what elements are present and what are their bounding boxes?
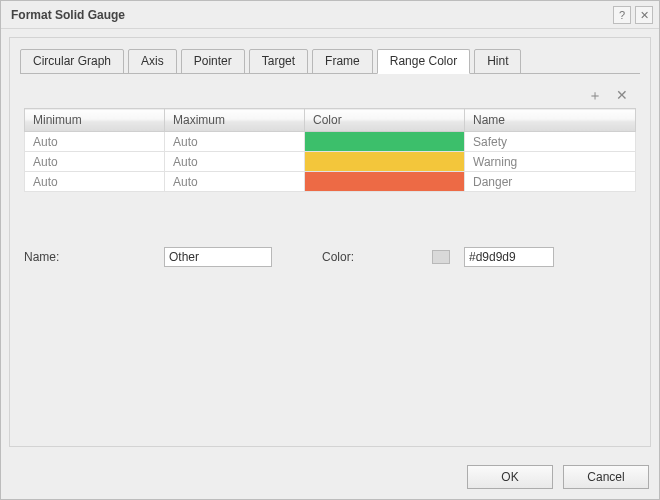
cell-color[interactable] [305,172,465,192]
col-minimum[interactable]: Minimum [25,109,165,132]
table-row[interactable]: Auto Auto Danger [25,172,636,192]
cell-max[interactable]: Auto [165,132,305,152]
titlebar: Format Solid Gauge ? ✕ [1,1,659,29]
tab-range-color[interactable]: Range Color [377,49,470,74]
tab-pointer[interactable]: Pointer [181,49,245,74]
tab-bar: Circular Graph Axis Pointer Target Frame… [10,38,650,73]
form-row: Name: Color: [24,247,636,267]
tab-circular-graph[interactable]: Circular Graph [20,49,124,74]
cell-name[interactable]: Safety [465,132,636,152]
tab-underline [20,73,640,74]
panel-range-color: ＋ ✕ Minimum Maximum Color Name [10,74,650,446]
col-name[interactable]: Name [465,109,636,132]
cell-min[interactable]: Auto [25,152,165,172]
name-input[interactable] [164,247,272,267]
tab-hint[interactable]: Hint [474,49,521,74]
table-row[interactable]: Auto Auto Safety [25,132,636,152]
tab-target[interactable]: Target [249,49,308,74]
range-color-grid: Minimum Maximum Color Name Auto Auto Saf… [24,108,636,192]
grid-header-row: Minimum Maximum Color Name [25,109,636,132]
tab-frame[interactable]: Frame [312,49,373,74]
grid-toolbar: ＋ ✕ [24,84,636,108]
cancel-button[interactable]: Cancel [563,465,649,489]
color-swatch [305,152,464,171]
close-button[interactable]: ✕ [635,6,653,24]
color-label: Color: [322,250,422,264]
dialog-inner: Circular Graph Axis Pointer Target Frame… [9,37,651,447]
table-row[interactable]: Auto Auto Warning [25,152,636,172]
color-input[interactable] [464,247,554,267]
cell-min[interactable]: Auto [25,172,165,192]
tab-axis[interactable]: Axis [128,49,177,74]
help-button[interactable]: ? [613,6,631,24]
color-swatch-form[interactable] [432,250,450,264]
ok-button[interactable]: OK [467,465,553,489]
dialog-window: Format Solid Gauge ? ✕ Circular Graph Ax… [0,0,660,500]
add-row-icon[interactable]: ＋ [588,88,602,102]
window-title: Format Solid Gauge [11,8,609,22]
cell-max[interactable]: Auto [165,172,305,192]
remove-row-icon[interactable]: ✕ [616,88,628,102]
dialog-footer: OK Cancel [1,455,659,499]
cell-name[interactable]: Danger [465,172,636,192]
col-color[interactable]: Color [305,109,465,132]
color-swatch [305,172,464,191]
color-swatch [305,132,464,151]
cell-min[interactable]: Auto [25,132,165,152]
name-label: Name: [24,250,154,264]
cell-color[interactable] [305,152,465,172]
col-maximum[interactable]: Maximum [165,109,305,132]
cell-name[interactable]: Warning [465,152,636,172]
cell-max[interactable]: Auto [165,152,305,172]
cell-color[interactable] [305,132,465,152]
